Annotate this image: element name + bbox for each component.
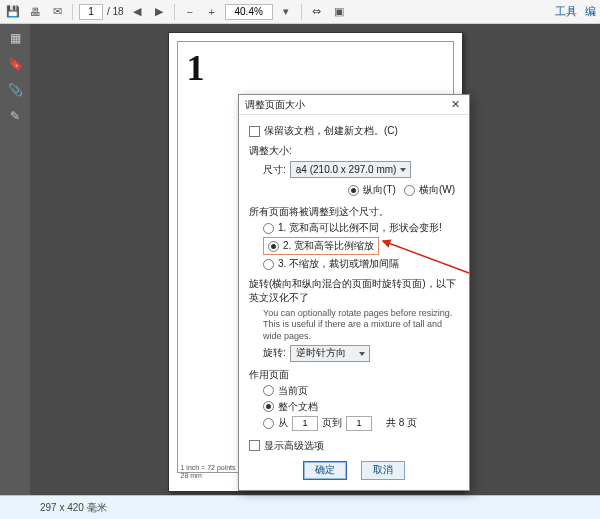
range-from-input[interactable]: [292, 416, 318, 431]
signatures-icon[interactable]: ✎: [7, 108, 23, 124]
cancel-button[interactable]: 取消: [361, 461, 405, 480]
size-label: 尺寸:: [263, 163, 286, 177]
resize-pages-dialog: 调整页面大小 ✕ 保留该文档，创建新文档。(C) 调整大小: 尺寸: a4 (2…: [238, 94, 470, 491]
close-icon[interactable]: ✕: [447, 97, 463, 113]
fit-option-1-radio[interactable]: [263, 223, 274, 234]
apply-total-label: 共 8 页: [386, 416, 417, 430]
page-size-combo[interactable]: a4 (210.0 x 297.0 mm): [290, 161, 412, 178]
apply-group-label: 作用页面: [249, 368, 459, 382]
apply-to-label: 页到: [322, 416, 342, 430]
left-sidebar: ▦ 🔖 📎 ✎: [0, 24, 30, 495]
orientation-landscape-label: 横向(W): [419, 183, 455, 197]
zoom-level[interactable]: 40.4%: [225, 4, 273, 20]
toolbar: 💾 🖶 ✉ / 18 ◀ ▶ − + 40.4% ▾ ⇔ ▣ 工具 编: [0, 0, 600, 24]
zoom-in-icon[interactable]: +: [203, 3, 221, 21]
show-advanced-checkbox[interactable]: [249, 440, 260, 451]
rotate-group-label: 旋转(横向和纵向混合的页面时旋转页面)，以下英文汉化不了: [249, 277, 459, 305]
page-footer-2: 28 mm: [181, 472, 202, 479]
save-icon[interactable]: 💾: [4, 3, 22, 21]
fit-width-icon[interactable]: ⇔: [308, 3, 326, 21]
next-page-icon[interactable]: ▶: [150, 3, 168, 21]
orientation-portrait-label: 纵向(T): [363, 183, 396, 197]
rotate-note: You can optionally rotate pages before r…: [263, 308, 459, 342]
status-bar: 297 x 420 毫米: [0, 495, 600, 519]
apply-range-radio[interactable]: [263, 418, 274, 429]
page-number-graphic: 1: [187, 47, 205, 89]
page-footer-1: 1 inch = 72 points: [181, 464, 236, 471]
page-number-input[interactable]: [79, 4, 103, 20]
apply-all-radio[interactable]: [263, 401, 274, 412]
page-total-label: / 18: [107, 6, 124, 17]
ok-button[interactable]: 确定: [303, 461, 347, 480]
page-dimensions-label: 297 x 420 毫米: [40, 501, 107, 515]
apply-current-label: 当前页: [278, 384, 308, 398]
fit-option-2-label: 2. 宽和高等比例缩放: [283, 239, 374, 253]
fit-page-icon[interactable]: ▣: [330, 3, 348, 21]
range-to-input[interactable]: [346, 416, 372, 431]
prev-page-icon[interactable]: ◀: [128, 3, 146, 21]
apply-current-radio[interactable]: [263, 385, 274, 396]
size-group-label: 调整大小:: [249, 144, 459, 158]
rotate-label: 旋转:: [263, 346, 286, 360]
fit-option-3-radio[interactable]: [263, 259, 274, 270]
bookmarks-icon[interactable]: 🔖: [7, 56, 23, 72]
rotate-combo[interactable]: 逆时针方向: [290, 345, 370, 362]
attachments-icon[interactable]: 📎: [7, 82, 23, 98]
fit-option-2-radio[interactable]: [268, 241, 279, 252]
more-link[interactable]: 编: [585, 4, 596, 19]
keep-doc-checkbox[interactable]: [249, 126, 260, 137]
keep-doc-label: 保留该文档，创建新文档。(C): [264, 124, 398, 138]
zoom-out-icon[interactable]: −: [181, 3, 199, 21]
chevron-down-icon[interactable]: ▾: [277, 3, 295, 21]
apply-all-label: 整个文档: [278, 400, 318, 414]
orientation-portrait-radio[interactable]: [348, 185, 359, 196]
mail-icon[interactable]: ✉: [48, 3, 66, 21]
fit-option-3-label: 3. 不缩放，裁切或增加间隔: [278, 257, 399, 271]
fit-option-1-label: 1. 宽和高可以比例不同，形状会变形!: [278, 221, 442, 235]
fit-group-label: 所有页面将被调整到这个尺寸。: [249, 205, 459, 219]
apply-from-label: 从: [278, 416, 288, 430]
tools-link[interactable]: 工具: [555, 4, 577, 19]
fit-option-2-wrap: 2. 宽和高等比例缩放: [263, 237, 379, 255]
dialog-titlebar: 调整页面大小 ✕: [239, 95, 469, 115]
thumbnails-icon[interactable]: ▦: [7, 30, 23, 46]
show-advanced-label: 显示高级选项: [264, 439, 324, 453]
orientation-landscape-radio[interactable]: [404, 185, 415, 196]
print-icon[interactable]: 🖶: [26, 3, 44, 21]
dialog-title: 调整页面大小: [245, 98, 305, 112]
